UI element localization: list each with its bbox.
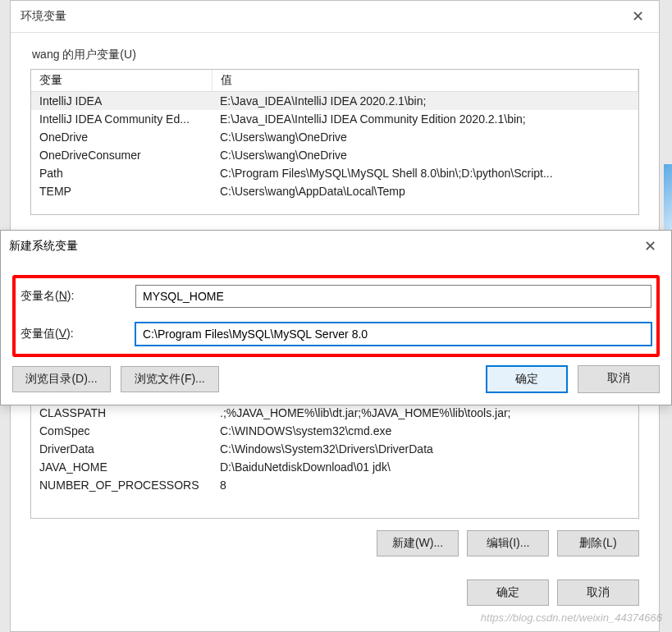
table-row[interactable]: DriverData C:\Windows\System32\Drivers\D… — [31, 440, 638, 458]
system-vars-buttons: 新建(W)... 编辑(I)... 删除(L) — [30, 530, 639, 556]
col-header-val[interactable]: 值 — [212, 70, 638, 92]
system-vars-table-wrap[interactable]: CLASSPATH .;%JAVA_HOME%\lib\dt.jar;%JAVA… — [30, 404, 639, 519]
cancel-button[interactable]: 取消 — [557, 579, 639, 606]
system-vars-table: CLASSPATH .;%JAVA_HOME%\lib\dt.jar;%JAVA… — [31, 404, 638, 494]
browse-dir-button[interactable]: 浏览目录(D)... — [12, 366, 111, 392]
table-row[interactable]: Path C:\Program Files\MySQL\MySQL Shell … — [31, 164, 638, 182]
table-row[interactable]: CLASSPATH .;%JAVA_HOME%\lib\dt.jar;%JAVA… — [31, 404, 638, 422]
env-dialog-titlebar: 环境变量 ✕ — [11, 1, 659, 33]
table-row[interactable]: TEMP C:\Users\wang\AppData\Local\Temp — [31, 182, 638, 200]
delete-button[interactable]: 删除(L) — [557, 530, 639, 556]
browse-file-button[interactable]: 浏览文件(F)... — [121, 366, 219, 392]
user-vars-table-wrap[interactable]: 变量 值 IntelliJ IDEA E:\Java_IDEA\IntelliJ… — [30, 69, 639, 215]
dialog-buttons: 确定 取消 — [30, 579, 639, 606]
var-name-label: 变量名(N): — [21, 289, 135, 304]
col-header-var[interactable]: 变量 — [31, 70, 212, 92]
table-row[interactable]: OneDrive C:\Users\wang\OneDrive — [31, 128, 638, 146]
var-name-input[interactable] — [135, 285, 651, 308]
ok-button[interactable]: 确定 — [467, 579, 549, 606]
close-icon[interactable]: ✕ — [638, 236, 663, 257]
table-row[interactable]: IntelliJ IDEA E:\Java_IDEA\IntelliJ IDEA… — [31, 92, 638, 111]
edit-button[interactable]: 编辑(I)... — [467, 530, 549, 556]
user-vars-label: wang 的用户变量(U) — [32, 48, 639, 62]
new-dialog-title: 新建系统变量 — [9, 239, 78, 254]
table-row[interactable]: ComSpec C:\WINDOWS\system32\cmd.exe — [31, 422, 638, 440]
new-button[interactable]: 新建(W)... — [377, 530, 459, 556]
var-value-input[interactable] — [135, 323, 651, 346]
new-dialog-titlebar: 新建系统变量 ✕ — [1, 231, 671, 262]
user-vars-table: 变量 值 IntelliJ IDEA E:\Java_IDEA\IntelliJ… — [31, 70, 638, 200]
ok-button[interactable]: 确定 — [486, 365, 568, 393]
close-icon[interactable]: ✕ — [625, 6, 651, 27]
env-dialog-title: 环境变量 — [21, 9, 66, 24]
new-system-variable-dialog: 新建系统变量 ✕ 变量名(N): 变量值(V): 浏览目录(D)... 浏览文件… — [0, 230, 672, 405]
table-row[interactable]: NUMBER_OF_PROCESSORS 8 — [31, 476, 638, 494]
table-row[interactable]: JAVA_HOME D:\BaiduNetdiskDownload\01 jdk… — [31, 458, 638, 476]
table-row[interactable]: IntelliJ IDEA Community Ed... E:\Java_ID… — [31, 110, 638, 128]
highlight-box: 变量名(N): 变量值(V): — [12, 275, 660, 357]
cancel-button[interactable]: 取消 — [578, 365, 660, 393]
var-value-label: 变量值(V): — [21, 327, 135, 341]
table-row[interactable]: OneDriveConsumer C:\Users\wang\OneDrive — [31, 146, 638, 164]
